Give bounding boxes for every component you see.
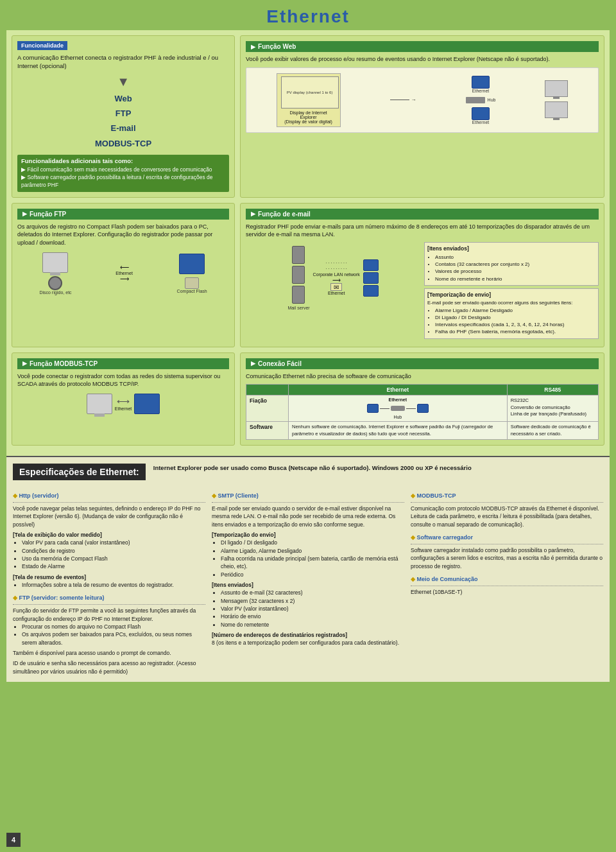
itens-enviados-box: [Itens enviados] Assunto Contatos (32 ca… [424, 242, 599, 286]
col-rs485: RS485 [507, 385, 598, 396]
specs-section: Especificações de Ethernet: Internet Exp… [6, 456, 610, 682]
compact-flash-label: Compact Flash [177, 289, 207, 293]
funcionalidades-box: Funcionalidades adicionais tais como: Fá… [17, 155, 229, 192]
protocol-ftp: FTP [17, 106, 229, 121]
smtp-body: E-mail pode ser enviado quando o servido… [212, 505, 404, 647]
fiacao-label: Fiação [246, 396, 289, 422]
temporizacao-list: Alarme Ligado / Alarme Desligado DI Liga… [427, 307, 595, 336]
dotted-line-2 [13, 604, 205, 605]
monitor-screen: PV display (channel 1 to 6) [281, 76, 339, 109]
tela-exibicao-title: [Tela de exibição do valor medido] [13, 531, 205, 539]
software-spec-title: Software carregador [411, 534, 603, 542]
temp-item-1: Alarme Ligado / Alarme Desligado [435, 307, 595, 314]
ftp-diagram: Disco rígido, etc ⟵ Ethernet ⟶ Compact F… [17, 252, 229, 295]
funcao-modbus-header: Função MODBUS-TCP [17, 358, 229, 369]
smtp-temp-2: Alarme Ligado, Alarme Desligado [221, 547, 404, 555]
smtp-text: E-mail pode ser enviado quando o servido… [212, 505, 404, 528]
corporate-lan-label: Corporate LAN network [313, 272, 360, 277]
network-devices: Ethernet Hub Ethernet [466, 76, 496, 125]
specs-col-3: MODBUS-TCP Comunicação com protocolo MOD… [411, 487, 603, 675]
email-layout: Mail server · · · · · · · · · · · · · · … [246, 242, 599, 342]
software-spec-body: Software carregador instalado como padrã… [411, 546, 603, 570]
tela-resumo-title: [Tela de resumo de eventos] [13, 573, 205, 581]
funcao-web-diagram: PV display (channel 1 to 6) Display de I… [246, 67, 599, 133]
email-recorders [363, 259, 379, 297]
temporizacao-text: E-mail pode ser enviado quando ocorrer a… [427, 300, 595, 306]
dotted-line-4 [411, 502, 603, 503]
main-content: Funcionalidade A comunicação Ethernet co… [6, 30, 610, 456]
mail-diagram: Mail server · · · · · · · · · · · · · · … [246, 246, 420, 310]
tex-item-2: Condições de registro [22, 547, 205, 555]
temp-item-4: Falha do PHF (Sem bateria, memória esgot… [435, 328, 595, 335]
funcao-ftp-panel: Função FTP Os arquivos de registro no Co… [12, 203, 235, 347]
envelope-icon: ✉ [330, 283, 342, 291]
fiacao-ethernet: Ethernet Hub [288, 396, 507, 422]
tres-item-1: Informações sobre a tela de resumo de ev… [22, 581, 205, 589]
display-label: Display de Internet Explorer(Display de … [281, 110, 336, 124]
specs-cols: Http (servidor) Você pode navegar pelas … [13, 487, 603, 675]
bot-section: Função MODBUS-TCP Você pode conectar o r… [12, 352, 604, 446]
temporizacao-title: [Temporização de envio] [427, 291, 595, 298]
smtp-itens-list: Assunto de e-mail (32 caracteres) Mensag… [212, 589, 404, 629]
smtp-itens-title: [Itens enviados] [212, 581, 404, 589]
smtp-item-4: Horário de envio [221, 613, 404, 620]
hub-row: Hub [466, 96, 496, 105]
ethernet-label-ftp: Ethernet [116, 271, 132, 275]
specs-note: Internet Explorer pode ser usado como Bu… [153, 464, 603, 473]
modbus-spec-title: MODBUS-TCP [411, 492, 603, 500]
specs-col-1: Http (servidor) Você pode navegar pelas … [13, 487, 205, 675]
conexao-table: Ethernet RS485 Fiação Ethernet [246, 384, 599, 440]
http-body: Você pode navegar pelas telas seguintes,… [13, 505, 205, 589]
tex-item-1: Valor PV para cada canal (valor instantâ… [22, 539, 205, 546]
num-enderecos-text: 8 (os itens e a temporização podem ser c… [212, 639, 404, 647]
funcao-email-text: Registrador PHF pode enviar e-mails para… [246, 223, 599, 239]
funcao-modbus-title: Função MODBUS-TCP [30, 360, 98, 367]
funcao-ftp-header: Função FTP [17, 209, 229, 220]
funcionalidades-title: Funcionalidades adicionais tais como: [21, 157, 225, 164]
email-diagram: Mail server · · · · · · · · · · · · · · … [246, 242, 420, 342]
specs-note-text: Internet Explorer pode ser usado como Bu… [153, 464, 472, 471]
temp-item-2: DI Ligado / DI Desligado [435, 314, 595, 321]
right-monitor-2 [545, 101, 568, 119]
ie-display: PV display (channel 1 to 6) Display de I… [277, 73, 341, 127]
smtp-temporizacao-list: DI ligado / DI desligado Alarme Ligado, … [212, 539, 404, 578]
itens-enviados-list: Assunto Contatos (32 caracteres por conj… [427, 254, 595, 283]
meio-spec-text: Ethernet (10BASE-T) [411, 588, 603, 596]
funcionalidade-badge: Funcionalidade [17, 41, 67, 50]
protocol-web: Web [17, 91, 229, 106]
smtp-temporizacao-title: [Temporização do envio] [212, 531, 404, 539]
col-empty [246, 385, 289, 396]
funcao-email-header: Função de e-mail [246, 209, 599, 220]
tex-item-3: Uso da memória de Compact Flash [22, 555, 205, 562]
tex-item-4: Estado de Alarme [22, 562, 205, 570]
item-nome: Nome do remetente e horário [435, 275, 595, 283]
specs-header: Especificações de Ethernet: Internet Exp… [13, 464, 603, 480]
modbus-recorder [134, 394, 160, 414]
protocol-email: E-mail [17, 121, 229, 135]
item-assunto: Assunto [435, 254, 595, 261]
disco-label: Disco rígido, etc [39, 290, 71, 295]
funcao-modbus-panel: Função MODBUS-TCP Você pode conectar o r… [12, 352, 235, 446]
dotted-line-5 [411, 544, 603, 544]
ftp-item-1: Procurar os nomes do arquivo no Compact … [22, 623, 205, 630]
conexao-facil-header: Conexão Fácil [246, 358, 599, 369]
ftp-arrows: ⟵ Ethernet ⟶ [116, 264, 132, 283]
ftp-recorder: Compact Flash [177, 254, 207, 293]
top-section: Funcionalidade A comunicação Ethernet co… [12, 35, 604, 198]
page-header: Ethernet [0, 0, 616, 30]
meio-spec-title: Meio de Comunicação [411, 575, 603, 584]
smtp-temp-3: Falha ocorrida na unidade principal (sem… [221, 555, 404, 571]
page-title: Ethernet [0, 6, 616, 27]
funcao-email-panel: Função de e-mail Registrador PHF pode en… [240, 203, 604, 347]
num-enderecos-title: [Número de endereços de destinatários re… [212, 631, 404, 639]
mail-servers: Mail server [287, 246, 309, 310]
ethernet-device-2: Ethernet [472, 107, 490, 125]
mail-server-label: Mail server [287, 306, 309, 310]
rs485-fiacao-text: RS232C Conversão de comunicação Linha de… [511, 397, 595, 418]
software-rs485: Software dedicado de comunicação é neces… [507, 422, 598, 440]
smtp-temp-4: Periódico [221, 571, 404, 578]
tela-exibicao-list: Valor PV para cada canal (valor instantâ… [13, 539, 205, 570]
protocol-list: Web FTP E-mail MODBUS-TCP [17, 91, 229, 152]
ethernet-hub-row [367, 404, 429, 413]
smtp-temp-1: DI ligado / DI desligado [221, 539, 404, 546]
